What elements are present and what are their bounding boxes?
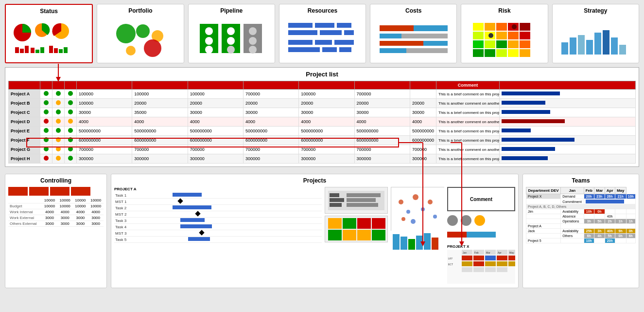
teams-header-0: Department DEV — [526, 187, 561, 194]
svg-rect-43 — [380, 25, 414, 31]
svg-rect-36 — [288, 40, 313, 45]
svg-rect-144 — [485, 267, 496, 272]
teams-commit-bar — [584, 199, 635, 204]
proj-comment: This is another comment on another proje… — [436, 117, 500, 127]
proj-v6: 300000 — [354, 154, 410, 164]
proj-name: Project C — [9, 108, 40, 117]
svg-rect-49 — [380, 48, 406, 53]
proj-v6: 700000 — [354, 90, 410, 99]
card-pipeline[interactable]: Pipeline — [188, 4, 275, 63]
card-status[interactable]: Status — [5, 4, 93, 63]
col-v4 — [243, 81, 298, 90]
proj-dot-1 — [40, 136, 52, 145]
ctrl-row-val: 3000 — [73, 215, 88, 221]
ctrl-row-val: 10000 — [42, 203, 57, 209]
svg-point-24 — [227, 37, 235, 45]
proj-k-section: PROJEKT X Jan Feb Mar — [447, 244, 515, 285]
svg-point-71 — [488, 33, 493, 38]
comment-bottom-bars — [447, 230, 515, 240]
card-costs[interactable]: Costs — [370, 4, 457, 63]
proj-v2: 300000 — [132, 154, 188, 164]
svg-rect-39 — [288, 47, 320, 52]
comment-box: Comment — [447, 187, 515, 211]
svg-point-21 — [205, 46, 213, 54]
col-s1 — [40, 81, 52, 90]
jack-may: 0h — [626, 229, 635, 234]
card-resources[interactable]: Resources — [279, 4, 366, 63]
svg-rect-96 — [328, 218, 342, 229]
svg-rect-54 — [520, 23, 530, 31]
proj-v5: 600000000 — [299, 136, 354, 145]
svg-rect-94 — [347, 198, 376, 202]
svg-rect-143 — [473, 267, 484, 272]
ctrl-bar-2 — [29, 187, 49, 196]
svg-rect-113 — [393, 234, 400, 250]
svg-rect-45 — [380, 34, 401, 38]
svg-rect-120 — [447, 232, 467, 238]
proj-gantt-table: Task 1 MST 1 Task 2 MST 2 Task 3 Task 4 … — [114, 192, 322, 243]
risk-visual — [464, 17, 544, 60]
svg-rect-60 — [473, 40, 484, 48]
proj5-apr — [615, 239, 626, 243]
ctrl-row-val: 10000 — [57, 203, 73, 209]
projk-label: PROJEKT X — [447, 244, 515, 249]
scatter-bars — [391, 233, 444, 252]
svg-rect-138 — [473, 261, 484, 266]
proj-scatter — [391, 187, 444, 285]
ctrl-row-val: 10000 — [88, 203, 104, 209]
proj-name: Project D — [9, 117, 40, 127]
svg-rect-11 — [59, 49, 63, 53]
ctrl-row-label: Work External — [8, 215, 42, 221]
svg-rect-34 — [320, 30, 342, 35]
abs-mar: 40h — [605, 214, 615, 219]
proj-dot-2 — [52, 117, 65, 127]
proj5-jan: 10h — [584, 239, 594, 243]
svg-rect-134 — [485, 256, 496, 260]
card-strategy[interactable]: Strategy — [552, 4, 639, 63]
proj-v4: 4000 — [243, 117, 298, 127]
projects-card[interactable]: Projects PROJECT A Task 1 MST 1 Task 2 M… — [111, 174, 519, 288]
ctrl-row-val: 3000 — [88, 221, 104, 227]
ctrl-row-label: Work Internal — [8, 209, 42, 215]
svg-point-13 — [116, 24, 136, 43]
card-portfolio-title: Portfolio — [128, 7, 152, 14]
teams-card[interactable]: Teams Department DEVJanFebMarAprMayProje… — [522, 174, 639, 288]
svg-rect-12 — [64, 47, 68, 53]
ctrl-row-label: Others External — [8, 221, 42, 227]
proj-dot-2 — [52, 99, 65, 108]
controlling-card[interactable]: Controlling 10000 10000 10000 10000 — [5, 174, 107, 288]
svg-rect-141 — [508, 261, 515, 266]
svg-rect-132 — [462, 256, 472, 260]
svg-rect-95 — [347, 203, 378, 207]
thumb1-svg — [327, 188, 385, 213]
card-risk[interactable]: Risk — [461, 4, 548, 63]
proj-v5: 300000 — [299, 154, 354, 164]
jother-empty — [526, 234, 561, 239]
gantt-label: Task 5 — [114, 237, 157, 243]
svg-rect-58 — [508, 32, 519, 39]
resources-visual — [282, 17, 363, 60]
proj-v7: 30000 — [410, 108, 436, 117]
svg-point-14 — [136, 24, 150, 38]
svg-rect-98 — [357, 218, 371, 229]
controlling-bars-row — [8, 187, 104, 196]
gantt-label: MST 1 — [114, 199, 157, 205]
proj-v2: 35000 — [132, 108, 188, 117]
svg-text:LKY: LKY — [448, 257, 453, 260]
ctrl-row-val: 4000 — [88, 209, 104, 215]
proj5-may — [626, 239, 635, 243]
proj-v3: 100000 — [188, 90, 243, 99]
jack-apr: 9h — [615, 229, 626, 234]
svg-rect-47 — [380, 41, 423, 46]
card-portfolio[interactable]: Portfolio — [97, 4, 184, 63]
proj-v6: 600000000 — [354, 136, 410, 145]
teams-title: Teams — [526, 177, 636, 184]
proj-dot-1 — [40, 154, 52, 164]
proj-v7 — [410, 90, 436, 99]
jother-may: 6h — [626, 234, 635, 239]
proj-dot-1 — [40, 99, 52, 108]
svg-point-27 — [249, 27, 257, 35]
gantt-bar-cell — [157, 218, 322, 224]
abs-feb — [594, 214, 605, 219]
svg-text:Jan: Jan — [463, 251, 467, 254]
